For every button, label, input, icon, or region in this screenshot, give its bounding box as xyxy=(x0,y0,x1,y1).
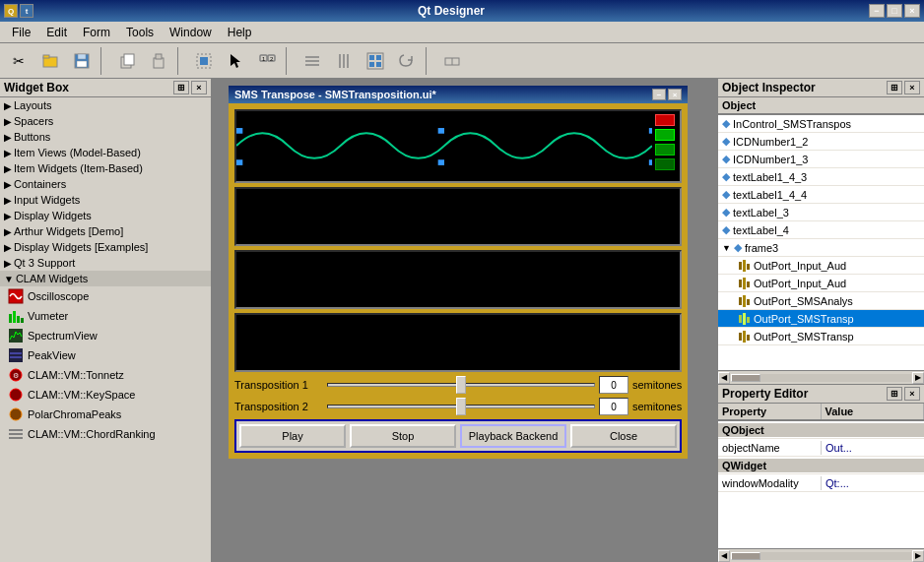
hscroll-track[interactable] xyxy=(731,374,911,382)
widget-peakview[interactable]: PeakView xyxy=(0,345,211,365)
prop-objectname-value[interactable]: Out... xyxy=(822,441,924,455)
widget-box: Widget Box ⊞ × ▶ Layouts ▶ Spacers ▶ But… xyxy=(0,79,212,562)
toolbar-align-h[interactable] xyxy=(297,47,327,75)
widget-spectrumview[interactable]: SpectrumView xyxy=(0,326,211,345)
transposition1-input[interactable] xyxy=(599,376,628,394)
svg-rect-42 xyxy=(9,433,23,435)
maximize-button[interactable]: □ xyxy=(887,4,902,18)
obj-row-textlabel4[interactable]: ◆ textLabel_4 xyxy=(718,221,924,239)
hscroll-right[interactable]: ▶ xyxy=(912,372,924,384)
toolbar-new[interactable]: ✂ xyxy=(4,47,33,75)
category-layouts[interactable]: ▶ Layouts xyxy=(0,97,211,113)
widget-tonnetz[interactable]: ⚙ CLAM::VM::Tonnetz xyxy=(0,365,211,385)
menu-file[interactable]: File xyxy=(4,24,38,41)
toolbar-paste[interactable] xyxy=(144,47,173,75)
obj-name-frame3: frame3 xyxy=(745,242,778,254)
menu-edit[interactable]: Edit xyxy=(38,24,75,41)
prop-hscrollbar[interactable]: ◀ ▶ xyxy=(718,548,924,562)
prop-hscroll-left[interactable]: ◀ xyxy=(718,550,730,562)
playback-backend-button[interactable]: Playback Backend xyxy=(460,424,566,448)
minimize-button[interactable]: − xyxy=(869,4,885,18)
obj-hscrollbar[interactable]: ◀ ▶ xyxy=(718,370,924,384)
obj-row-textlabel3[interactable]: ◆ textLabel_3 xyxy=(718,204,924,221)
obj-row-incontrol[interactable]: ◆ InControl_SMSTranspos xyxy=(718,115,924,133)
toolbar-extra[interactable] xyxy=(437,47,467,75)
toolbar-align-v[interactable] xyxy=(329,47,359,75)
canvas-area[interactable]: SMS Transpose - SMSTransposition.ui* − × xyxy=(212,79,717,562)
prop-hscroll-track[interactable] xyxy=(731,552,911,560)
widget-keyspace[interactable]: CLAM::VM::KeySpace xyxy=(0,385,211,405)
obj-row-outport3[interactable]: OutPort_SMSAnalys xyxy=(718,292,924,310)
transposition1-slider[interactable] xyxy=(327,383,595,387)
obj-row-frame3[interactable]: ▼ ◆ frame3 xyxy=(718,239,924,257)
category-item-views[interactable]: ▶ Item Views (Model-Based) xyxy=(0,145,211,160)
widget-polarchromapeaks[interactable]: PolarChromaPeaks xyxy=(0,405,211,424)
toolbar-save[interactable] xyxy=(67,47,97,75)
category-spacers[interactable]: ▶ Spacers xyxy=(0,113,211,129)
transposition2-row: Transposition 2 semitones xyxy=(234,398,682,415)
category-item-widgets[interactable]: ▶ Item Widgets (Item-Based) xyxy=(0,160,211,176)
obj-row-outport2[interactable]: OutPort_Input_Aud xyxy=(718,275,924,292)
obj-close-btn[interactable]: × xyxy=(904,81,920,94)
stop-button[interactable]: Stop xyxy=(350,424,456,448)
widget-vumeter[interactable]: Vumeter xyxy=(0,306,211,326)
toolbar-open[interactable] xyxy=(35,47,65,75)
category-clam[interactable]: ▼ CLAM Widgets xyxy=(0,271,211,286)
category-display-widgets[interactable]: ▶ Display Widgets xyxy=(0,208,211,223)
toolbar-taborder[interactable]: 12 xyxy=(252,47,282,75)
obj-row-icdnumber2[interactable]: ◆ ICDNumber1_2 xyxy=(718,133,924,151)
svg-rect-57 xyxy=(743,295,746,307)
obj-icon-outport2 xyxy=(738,276,754,289)
obj-row-textlabel144[interactable]: ◆ textLabel1_4_4 xyxy=(718,186,924,204)
widget-box-btn1[interactable]: ⊞ xyxy=(173,81,189,94)
play-button[interactable]: Play xyxy=(239,424,346,448)
obj-row-outport4[interactable]: OutPort_SMSTransp xyxy=(718,310,924,328)
transposition2-input[interactable] xyxy=(599,398,628,415)
prop-hscroll-thumb[interactable] xyxy=(731,552,760,560)
sms-close[interactable]: × xyxy=(668,89,682,100)
obj-pin-btn[interactable]: ⊞ xyxy=(887,81,902,94)
close-button[interactable]: × xyxy=(904,4,920,18)
category-containers[interactable]: ▶ Containers xyxy=(0,176,211,192)
prop-windowmodality-value[interactable]: Qt:... xyxy=(822,476,924,490)
transposition1-unit: semitones xyxy=(632,379,682,391)
category-qt3[interactable]: ▶ Qt 3 Support xyxy=(0,255,211,271)
category-buttons[interactable]: ▶ Buttons xyxy=(0,129,211,145)
svg-rect-49 xyxy=(649,159,652,165)
svg-rect-52 xyxy=(747,264,750,270)
menu-help[interactable]: Help xyxy=(220,24,260,41)
widget-chordranking[interactable]: CLAM::VM::ChordRanking xyxy=(0,424,211,444)
widget-oscilloscope[interactable]: Oscilloscope xyxy=(0,286,211,306)
category-display-examples[interactable]: ▶ Display Widgets [Examples] xyxy=(0,239,211,255)
obj-row-icdnumber3[interactable]: ◆ ICDNumber1_3 xyxy=(718,151,924,168)
peakview-label: PeakView xyxy=(28,349,76,361)
obj-row-textlabel143[interactable]: ◆ textLabel1_4_3 xyxy=(718,168,924,186)
sms-dialog: SMS Transpose - SMSTransposition.ui* − × xyxy=(227,84,690,461)
prop-objectname[interactable]: objectName Out... xyxy=(718,439,924,457)
category-input-widgets[interactable]: ▶ Input Widgets xyxy=(0,192,211,208)
prop-windowmodality-label: windowModality xyxy=(718,476,822,490)
obj-row-outport1[interactable]: OutPort_Input_Aud xyxy=(718,257,924,275)
close-dialog-button[interactable]: Close xyxy=(570,424,677,448)
toolbar-redo[interactable] xyxy=(392,47,422,75)
sms-minimize[interactable]: − xyxy=(652,89,666,100)
obj-row-outport5[interactable]: OutPort_SMSTransp xyxy=(718,328,924,345)
menu-form[interactable]: Form xyxy=(75,24,118,41)
transposition2-slider[interactable] xyxy=(327,405,595,408)
widget-box-close[interactable]: × xyxy=(191,81,207,94)
category-arthur[interactable]: ▶ Arthur Widgets [Demo] xyxy=(0,223,211,239)
hscroll-left[interactable]: ◀ xyxy=(718,372,730,384)
prop-close-btn[interactable]: × xyxy=(904,387,920,401)
hscroll-thumb[interactable] xyxy=(731,374,760,382)
prop-hscroll-right[interactable]: ▶ xyxy=(912,550,924,562)
toolbar-break-layout[interactable] xyxy=(361,47,390,75)
toolbar-copy[interactable] xyxy=(112,47,142,75)
toolbar-select[interactable] xyxy=(221,47,250,75)
prop-windowmodality[interactable]: windowModality Qt:... xyxy=(718,474,924,492)
prop-pin-btn[interactable]: ⊞ xyxy=(887,387,902,401)
obj-name-outport3: OutPort_SMSAnalys xyxy=(754,295,853,307)
svg-rect-4 xyxy=(77,61,87,67)
toolbar-pointer[interactable] xyxy=(189,47,219,75)
menu-tools[interactable]: Tools xyxy=(118,24,162,41)
menu-window[interactable]: Window xyxy=(162,24,220,41)
